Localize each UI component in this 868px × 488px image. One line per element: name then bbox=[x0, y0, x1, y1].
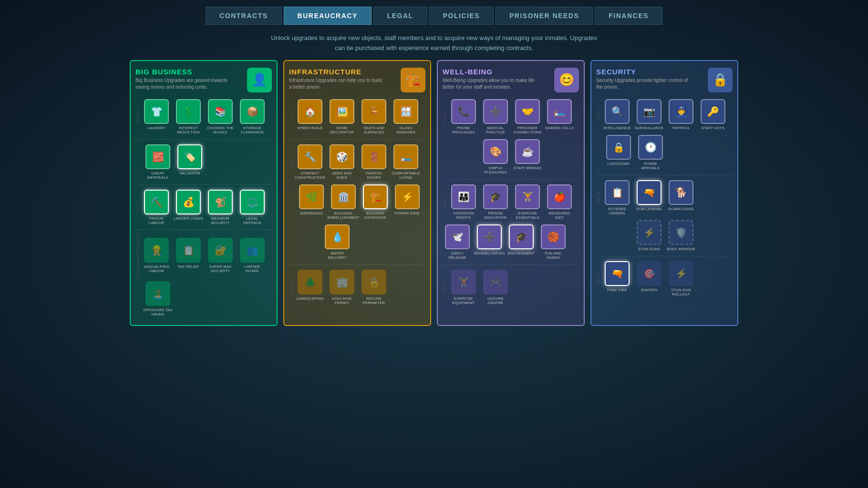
upgrade-icon-seats[interactable]: 🪑 bbox=[362, 99, 386, 124]
upgrade-icon-super-max[interactable]: 🔐 bbox=[208, 238, 233, 263]
upgrade-icon-offshore[interactable]: 🏝️ bbox=[145, 281, 170, 306]
upgrade-icon-cooking[interactable]: 📚 bbox=[208, 99, 233, 124]
upgrade-prisoner-conn[interactable]: 🤝 PRISONER CONNECTIONS bbox=[513, 99, 542, 134]
upgrade-gun-license[interactable]: 🔫 GUN LICENSE bbox=[634, 180, 664, 215]
upgrade-icon-landscaping[interactable]: 🌲 bbox=[298, 270, 322, 295]
upgrade-laundry[interactable]: 👕 LAUNDRY bbox=[142, 99, 171, 134]
upgrade-body-armour[interactable]: 🛡️ BODY ARMOUR bbox=[666, 220, 696, 251]
tab-bureaucracy[interactable]: BUREAUCRACY bbox=[284, 7, 372, 25]
upgrade-staff-keys[interactable]: 🔑 STAFF KEYS bbox=[698, 99, 728, 130]
upgrade-icon-free-fire[interactable]: 🔫 bbox=[605, 261, 630, 286]
upgrade-icon-snipers[interactable]: 🎯 bbox=[637, 261, 661, 286]
upgrade-icon-legal-defence[interactable]: ⚖️ bbox=[240, 190, 265, 214]
tab-prisoner-needs[interactable]: PRISONER NEEDS bbox=[496, 7, 593, 25]
upgrade-interest-reduction[interactable]: 💲 INTEREST REDUCTION bbox=[174, 99, 203, 134]
upgrade-icon-simple-pleasures[interactable]: 🎨 bbox=[483, 139, 508, 164]
upgrade-storage-clearance[interactable]: 📦 STORAGE CLEARANCE bbox=[238, 99, 267, 134]
upgrade-icon-body-armour[interactable]: 🛡️ bbox=[669, 220, 693, 245]
tab-contracts[interactable]: CONTRACTS bbox=[206, 7, 281, 25]
upgrade-icon-cheap[interactable]: 🧱 bbox=[145, 144, 170, 169]
upgrade-high-rise[interactable]: 🏢 HIGH-RISE PERMIT bbox=[327, 270, 357, 305]
upgrade-icon-unqualified[interactable]: 👷 bbox=[144, 238, 169, 263]
upgrade-icon-building-exp[interactable]: 🏗️ bbox=[363, 184, 388, 209]
upgrade-icon-guard-dogs[interactable]: 🐕 bbox=[669, 180, 693, 205]
upgrade-icon-prisoner-conn[interactable]: 🤝 bbox=[515, 99, 540, 124]
upgrade-offshore-tax[interactable]: 🏝️ OFFSHORE TAX HAVEN bbox=[143, 281, 173, 316]
upgrade-icon-gardening[interactable]: 🌿 bbox=[299, 184, 324, 209]
upgrade-icon-speed-build[interactable]: 🏠 bbox=[298, 99, 322, 124]
upgrade-icon-staff-breaks[interactable]: ☕ bbox=[515, 139, 540, 164]
upgrade-icon-medical[interactable]: ➕ bbox=[483, 99, 508, 124]
upgrade-icon-filtered-orders[interactable]: 📋 bbox=[605, 180, 630, 205]
upgrade-larger-loans[interactable]: 💰 LARGER LOANS bbox=[174, 190, 203, 225]
upgrade-seats-surfaces[interactable]: 🪑 SEATS AND SURFACES bbox=[359, 99, 389, 134]
upgrade-icon-larger-intake[interactable]: 👥 bbox=[240, 238, 265, 263]
upgrade-icon-prison-labour[interactable]: ⛏️ bbox=[144, 190, 169, 214]
upgrade-intelligence[interactable]: 🔍 INTELLIGENCE bbox=[602, 99, 632, 130]
upgrade-lockdown[interactable]: 🔒 LOCKDOWN bbox=[604, 135, 633, 170]
upgrade-comfortable[interactable]: 🛏️ COMFORTABLE LIVING bbox=[391, 144, 421, 180]
upgrade-icon-tax-relief[interactable]: 📋 bbox=[176, 238, 201, 263]
upgrade-surveillance[interactable]: 📷 SURVEILLANCE bbox=[634, 99, 664, 130]
upgrade-snipers[interactable]: 🎯 SNIPERS bbox=[634, 261, 664, 296]
upgrade-leisure-centre[interactable]: 🎮 LEISURE CENTRE bbox=[481, 270, 510, 305]
upgrade-cheap-materials[interactable]: 🧱 CHEAP MATERIALS bbox=[143, 144, 173, 180]
upgrade-medical-practice[interactable]: ➕ MEDICAL PRACTICE bbox=[481, 99, 510, 134]
upgrade-cooking-books[interactable]: 📚 COOKING THE BOOKS bbox=[206, 99, 235, 134]
upgrade-free-fire[interactable]: 🔫 FREE FIRE bbox=[602, 261, 632, 296]
upgrade-icon-stun-gun-rollout[interactable]: ⚡ bbox=[669, 261, 693, 286]
tab-policies[interactable]: POLICIES bbox=[429, 7, 494, 25]
upgrade-icon-patrols[interactable]: 👮 bbox=[669, 99, 693, 124]
upgrade-icon-gun-license[interactable]: 🔫 bbox=[637, 180, 661, 205]
upgrade-icon-staff-keys[interactable]: 🔑 bbox=[701, 99, 725, 124]
tab-finances[interactable]: FINANCES bbox=[595, 7, 662, 25]
upgrade-secure-perimeter[interactable]: 🔒 SECURE PERIMETER bbox=[359, 270, 389, 305]
upgrade-speed-build[interactable]: 🏠 SPEED BUILD bbox=[295, 99, 325, 134]
upgrade-fun-games[interactable]: 🏀 FUN AND GAMES bbox=[538, 224, 568, 260]
upgrade-icon-building-emb[interactable]: 🏛️ bbox=[331, 184, 356, 209]
upgrade-icon-high-rise[interactable]: 🏢 bbox=[330, 270, 354, 295]
upgrade-icon-intake-arrivals[interactable]: 🕐 bbox=[638, 135, 663, 160]
upgrade-simple-pleasures[interactable]: 🎨 SIMPLE PLEASURES bbox=[481, 139, 510, 174]
upgrade-icon-comfortable[interactable]: 🛏️ bbox=[393, 144, 418, 169]
upgrade-legal-defence[interactable]: ⚖️ LEGAL DEFENCE bbox=[238, 190, 267, 225]
upgrade-icon-compact[interactable]: 🔧 bbox=[298, 144, 322, 169]
upgrade-icon-glass[interactable]: 🪟 bbox=[393, 99, 418, 124]
upgrade-power-grid[interactable]: ⚡ POWER GRID bbox=[393, 184, 422, 220]
upgrade-icon-stun-guns[interactable]: ⚡ bbox=[637, 220, 661, 245]
upgrade-staff-breaks[interactable]: ☕ STAFF BREAKS bbox=[513, 139, 542, 174]
upgrade-exercise-equipment[interactable]: 🏋️ EXERCISE EQUIPMENT bbox=[449, 270, 478, 305]
upgrade-measured-diet[interactable]: 🍎 MEASURED DIET bbox=[545, 184, 574, 220]
upgrade-edutainment[interactable]: 🎓 EDUTAINMENT bbox=[506, 224, 536, 260]
upgrade-water-delivery[interactable]: 💧 WATER DELIVERY bbox=[322, 224, 352, 260]
upgrade-icon-interest[interactable]: 💲 bbox=[176, 99, 201, 124]
upgrade-icon-valuation[interactable]: 🏷️ bbox=[177, 144, 202, 169]
upgrade-larger-intake[interactable]: 👥 LARGER INTAKE bbox=[238, 238, 267, 273]
upgrade-patrols[interactable]: 👮 PATROLS bbox=[666, 99, 696, 130]
upgrade-odds-ends[interactable]: 🎲 ODDS AND ENDS bbox=[327, 144, 357, 180]
upgrade-compact[interactable]: 🔧 COMPACT CONSTRUCTION bbox=[295, 144, 325, 180]
upgrade-visitation[interactable]: 👨‍👩‍👧 VISITATION RIGHTS bbox=[449, 184, 478, 220]
upgrade-icon-prison-edu[interactable]: 🎓 bbox=[483, 184, 508, 209]
upgrade-icon-lockdown[interactable]: 🔒 bbox=[606, 135, 631, 160]
upgrade-icon-visitation[interactable]: 👨‍👩‍👧 bbox=[451, 184, 476, 209]
upgrade-super-max[interactable]: 🔐 SUPER-MAX SECURITY bbox=[206, 238, 235, 273]
upgrade-prison-labour[interactable]: ⛏️ PRISON LABOUR bbox=[142, 190, 171, 225]
upgrade-icon-larger-loans[interactable]: 💰 bbox=[176, 190, 201, 214]
upgrade-icon-rehabilitation[interactable]: ➕ bbox=[477, 224, 502, 249]
upgrade-icon-home-dec[interactable]: 🖼️ bbox=[330, 99, 354, 124]
upgrade-shared-cells[interactable]: 🛏️ SHARED CELLS bbox=[545, 99, 574, 134]
upgrade-maximum-security[interactable]: 🐒 MAXIMUM SECURITY bbox=[206, 190, 235, 225]
upgrade-valuation[interactable]: 🏷️ VALUATION bbox=[175, 144, 205, 180]
upgrade-icon-leisure[interactable]: 🎮 bbox=[483, 270, 508, 295]
upgrade-phone-priv[interactable]: 📞 PHONE PRIVILEGES bbox=[449, 99, 478, 134]
upgrade-building-exp[interactable]: 🏗️ BUILDING EXPANSION bbox=[361, 184, 390, 220]
tab-legal[interactable]: LEGAL bbox=[373, 7, 427, 25]
upgrade-icon-shared-cells[interactable]: 🛏️ bbox=[547, 99, 572, 124]
upgrade-icon-max-security[interactable]: 🐒 bbox=[208, 190, 233, 214]
upgrade-icon-intelligence[interactable]: 🔍 bbox=[605, 99, 630, 124]
upgrade-home-decorator[interactable]: 🖼️ HOME DECORATOR bbox=[327, 99, 357, 134]
upgrade-rehabilitation[interactable]: ➕ REHABILITATION bbox=[475, 224, 504, 260]
upgrade-icon-phone[interactable]: 📞 bbox=[451, 99, 476, 124]
upgrade-icon-edutainment[interactable]: 🎓 bbox=[509, 224, 534, 249]
